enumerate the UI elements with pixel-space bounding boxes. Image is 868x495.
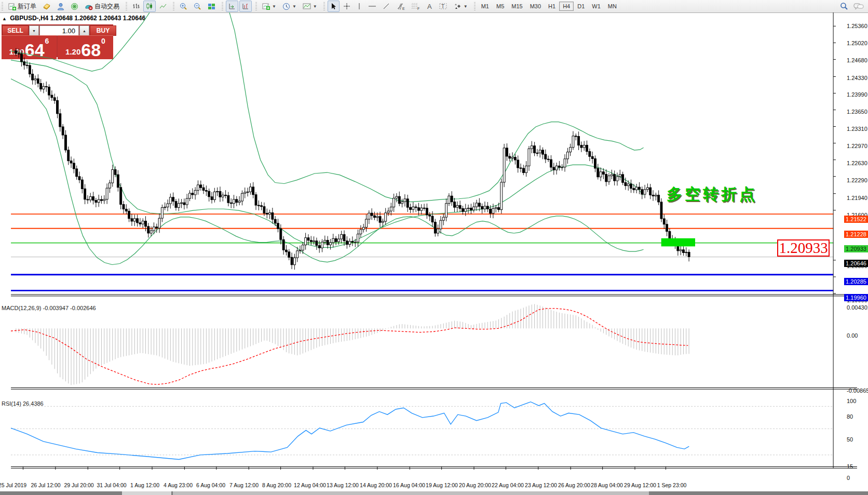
template-dropdown[interactable]: ▼	[300, 1, 320, 12]
cursor-button[interactable]	[328, 1, 340, 12]
auto-scroll-button[interactable]	[226, 1, 238, 12]
candle-body	[368, 213, 370, 219]
chart-annotation-text[interactable]: 多空转折点	[667, 184, 757, 205]
mt4-window: 新订单 自动交易	[0, 0, 868, 495]
dropdown-arrow-icon: ▼	[464, 4, 468, 9]
date-label: 20 Aug 20:00	[459, 482, 491, 488]
candle-body	[197, 185, 199, 191]
candle-body	[500, 182, 503, 210]
yellow-book-icon	[43, 3, 51, 10]
tile-windows-button[interactable]	[205, 1, 218, 12]
autotrading-button[interactable]: 自动交易	[82, 1, 122, 12]
timeframe-button-d1[interactable]: D1	[574, 2, 588, 11]
candle-body	[470, 208, 472, 210]
timeframe-button-m5[interactable]: M5	[493, 2, 508, 11]
candle-body	[318, 246, 320, 248]
candle-body	[429, 215, 431, 216]
candle-body	[230, 203, 232, 204]
candle-body	[503, 148, 505, 182]
grid-button[interactable]: F	[409, 1, 423, 12]
yellow-book-button[interactable]	[40, 1, 53, 12]
new-chart-dropdown[interactable]: ▼	[260, 1, 279, 12]
candle-body	[200, 185, 202, 188]
crosshair-button[interactable]	[341, 1, 353, 12]
chart-tab[interactable]	[122, 491, 171, 495]
text-label-button[interactable]: T	[437, 1, 450, 12]
candlestick-chart-button[interactable]	[143, 1, 156, 12]
candle-body	[57, 100, 59, 113]
candle-body	[616, 177, 618, 181]
search-icon[interactable]	[840, 2, 848, 10]
fibonacci-button[interactable]: E	[394, 1, 408, 12]
price-tag[interactable]: 1.20285	[844, 278, 868, 285]
svg-text:E: E	[402, 7, 405, 10]
timeframe-button-m1[interactable]: M1	[478, 2, 493, 11]
line-chart-button[interactable]	[157, 1, 169, 12]
bar-chart-button[interactable]	[130, 1, 142, 12]
timeframe-button-m15[interactable]: M15	[508, 2, 526, 11]
candle-body	[426, 208, 428, 215]
zoom-in-button[interactable]	[177, 1, 190, 12]
timeframe-button-w1[interactable]: W1	[588, 2, 604, 11]
community-button[interactable]	[55, 1, 67, 12]
candle-body	[536, 153, 538, 153]
candle-body	[139, 223, 141, 224]
candle-body	[396, 196, 398, 198]
candle-body	[481, 206, 483, 209]
timeframe-toolbar: M1M5M15M30H1H4D1W1MN	[472, 0, 622, 12]
price-tag[interactable]: 1.20646	[844, 260, 868, 267]
signal-button[interactable]	[68, 1, 81, 12]
candle-body	[181, 203, 183, 203]
candle-body	[89, 197, 91, 200]
candle-body	[158, 218, 160, 228]
vertical-line-button[interactable]	[354, 1, 364, 12]
dropdown-arrow-icon: ▼	[313, 4, 317, 9]
candle-body	[586, 145, 588, 151]
date-label: 1 Aug 12:00	[130, 482, 159, 488]
date-label: 28 Aug 04:00	[591, 482, 623, 488]
zoom-out-icon	[194, 3, 201, 10]
date-label: 1 Sep 23:00	[657, 482, 687, 488]
candle-body	[398, 196, 400, 204]
text-button[interactable]: A	[424, 1, 436, 12]
chart-tab-active[interactable]	[173, 491, 649, 495]
candle-body	[498, 208, 500, 210]
chart-shift-button[interactable]	[239, 1, 252, 12]
candle-body	[167, 204, 169, 207]
candle-body	[473, 207, 475, 210]
horizontal-line-button[interactable]	[365, 1, 379, 12]
candle-body	[147, 226, 150, 233]
period-dropdown[interactable]: ▼	[280, 1, 299, 12]
line-chart-icon	[159, 3, 167, 10]
toolbar-group-charttype	[124, 0, 171, 12]
timeframe-button-mn[interactable]: MN	[604, 2, 620, 11]
price-tag[interactable]: 1.20933	[844, 245, 868, 252]
zoom-out-button[interactable]	[191, 1, 204, 12]
price-callout-label[interactable]: 1.20933	[777, 239, 830, 257]
new-order-button[interactable]: 新订单	[6, 1, 39, 12]
timeframe-button-m30[interactable]: M30	[526, 2, 545, 11]
price-tag[interactable]: 1.21228	[844, 231, 868, 238]
timeframe-button-h1[interactable]: H1	[545, 2, 559, 11]
candle-body	[558, 166, 560, 167]
timeframe-button-h4[interactable]: H4	[559, 2, 574, 11]
candle-body	[406, 199, 409, 207]
candle-body	[291, 257, 293, 264]
candle-body	[385, 213, 387, 221]
chart-canvas[interactable]	[0, 12, 868, 495]
candle-body	[142, 221, 144, 224]
candle-body	[683, 250, 685, 253]
candle-body	[580, 145, 582, 148]
candle-body	[255, 195, 257, 205]
candle-body	[608, 176, 610, 182]
candle-body	[263, 207, 265, 213]
trendline-button[interactable]	[380, 1, 392, 12]
candle-body	[445, 204, 447, 217]
candle-body	[539, 150, 541, 153]
chat-icon[interactable]	[853, 3, 864, 10]
highlight-rectangle[interactable]	[661, 238, 695, 247]
candle-body	[666, 224, 668, 232]
shapes-dropdown[interactable]: ▼	[451, 1, 470, 12]
price-tag[interactable]: 1.21522	[844, 216, 868, 223]
price-tag[interactable]: 1.19960	[844, 294, 868, 301]
